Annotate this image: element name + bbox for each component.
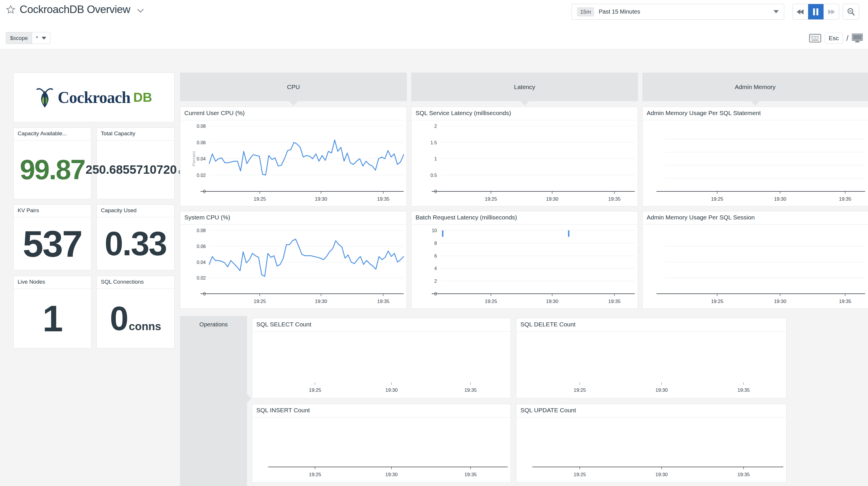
time-range-label: Past 15 Minutes (599, 8, 640, 15)
group-header-admin-memory: Admin Memory (642, 73, 868, 101)
dashboard-title-row: CockroachDB Overview (6, 3, 144, 16)
group-label: CPU (287, 84, 300, 90)
zoom-out-icon (847, 7, 855, 16)
stat-card-live-nodes[interactable]: Live Nodes 1 (13, 276, 91, 348)
fast-forward-icon (827, 9, 836, 15)
svg-text:19:25: 19:25 (711, 299, 723, 304)
caret-down-icon (41, 37, 46, 39)
svg-text:19:30: 19:30 (546, 196, 559, 202)
chart-plot-area[interactable]: 0.080.060.040.02019:2519:3019:35Percent (180, 120, 407, 206)
group-header-cpu: CPU (180, 73, 407, 101)
svg-text:0.08: 0.08 (197, 124, 206, 128)
svg-text:19:35: 19:35 (377, 196, 390, 202)
stat-card-total-capacity[interactable]: Total Capacity 250.6855710720 GB (96, 127, 175, 199)
slash-separator: / (846, 34, 848, 43)
keyboard-icon[interactable] (809, 34, 821, 42)
chart-sql-service-latency: SQL Service Latency (milliseconds) 21.51… (411, 107, 638, 206)
chart-title: Admin Memory Usage Per SQL Statement (643, 107, 868, 120)
chevron-down-icon[interactable] (137, 8, 144, 13)
cockroachdb-logo-card: Cockroach DB (13, 73, 175, 122)
svg-text:19:25: 19:25 (309, 388, 321, 393)
svg-text:19:30: 19:30 (774, 196, 786, 202)
chart-sql-update-count: SQL UPDATE Count 19:2519:3019:35 (516, 404, 786, 483)
chart-plot-area[interactable]: 0.080.060.040.02019:2519:3019:35 (180, 225, 407, 309)
svg-text:19:25: 19:25 (254, 196, 266, 202)
chart-plot-area[interactable]: 19:2519:3019:35 (643, 120, 868, 206)
stat-title: Total Capacity (97, 128, 174, 141)
pause-button[interactable] (808, 4, 824, 19)
stat-title: SQL Connections (97, 276, 174, 289)
chart-system-cpu: System CPU (%) 0.080.060.040.02019:2519:… (180, 211, 407, 309)
chart-title: SQL Service Latency (milliseconds) (411, 107, 638, 120)
svg-text:19:35: 19:35 (377, 299, 390, 304)
time-range-badge: 15m (577, 7, 594, 17)
chart-sql-insert-count: SQL INSERT Count 19:2519:3019:35 (252, 404, 511, 483)
cockroachdb-logo: Cockroach DB (36, 86, 152, 108)
chart-batch-request-latency: Batch Request Latency (milliseconds) 108… (411, 211, 638, 309)
time-shift-controls (793, 4, 839, 20)
fast-forward-button[interactable] (824, 4, 839, 19)
svg-text:8: 8 (434, 241, 437, 246)
svg-text:19:35: 19:35 (608, 196, 621, 202)
svg-text:Percent: Percent (191, 151, 196, 166)
chart-plot-area[interactable]: 19:2519:3019:35 (252, 332, 510, 398)
chart-admin-memory-per-sql-statement: Admin Memory Usage Per SQL Statement 19:… (642, 107, 868, 206)
template-variable-scope[interactable]: $scope * (6, 32, 50, 44)
chart-title: SQL INSERT Count (252, 404, 510, 418)
cockroach-bug-icon (36, 86, 54, 108)
chart-plot-area[interactable]: 21.510.5019:2519:3019:35 (411, 120, 638, 206)
svg-text:19:25: 19:25 (485, 299, 497, 304)
svg-text:0.04: 0.04 (197, 156, 206, 161)
stat-title: KV Pairs (13, 205, 91, 218)
tv-mode-icon[interactable] (852, 33, 863, 43)
svg-text:19:25: 19:25 (309, 472, 321, 477)
svg-text:19:25: 19:25 (574, 472, 586, 477)
svg-text:19:30: 19:30 (315, 196, 328, 202)
scope-variable-value: * (32, 32, 50, 44)
stat-value: 0.33 (104, 224, 166, 263)
svg-text:1: 1 (434, 156, 437, 161)
chart-sql-select-count: SQL SELECT Count 19:2519:3019:35 (252, 318, 511, 398)
stat-title: Capacity Available... (13, 128, 91, 141)
svg-text:19:25: 19:25 (254, 299, 266, 304)
pause-icon (813, 8, 818, 15)
chart-plot-area[interactable]: 19:2519:3019:35 (252, 418, 510, 483)
svg-text:19:35: 19:35 (608, 299, 621, 304)
svg-text:19:30: 19:30 (774, 299, 786, 304)
chart-plot-area[interactable]: 19:2519:3019:35 (643, 225, 868, 309)
chart-title: SQL DELETE Count (516, 318, 786, 332)
stat-card-capacity-used[interactable]: Capacity Used 0.33 (96, 204, 175, 270)
svg-text:19:30: 19:30 (655, 472, 668, 477)
zoom-out-button[interactable] (843, 4, 859, 20)
time-range-select[interactable]: 15m Past 15 Minutes (571, 4, 784, 20)
group-label: Admin Memory (735, 84, 776, 90)
svg-text:0.02: 0.02 (197, 276, 206, 281)
chart-plot-area[interactable]: 19:2519:3019:35 (516, 332, 786, 398)
stat-value: 1 (42, 297, 62, 340)
favorite-star-icon[interactable] (6, 5, 16, 15)
chart-plot-area[interactable]: 19:2519:3019:35 (516, 418, 786, 483)
esc-keycap: Esc (825, 33, 843, 44)
chart-title: SQL SELECT Count (252, 318, 510, 332)
rewind-button[interactable] (793, 4, 808, 19)
stat-card-capacity-available[interactable]: Capacity Available... 99.87 (13, 127, 91, 199)
svg-text:19:30: 19:30 (315, 299, 328, 304)
svg-text:19:35: 19:35 (839, 299, 851, 304)
stat-card-sql-connections[interactable]: SQL Connections 0 conns (96, 276, 175, 348)
svg-text:19:25: 19:25 (711, 196, 723, 202)
brand-name: Cockroach (58, 88, 130, 107)
chart-title: SQL UPDATE Count (516, 404, 786, 418)
svg-text:19:35: 19:35 (737, 472, 750, 477)
chart-title: System CPU (%) (180, 211, 407, 225)
rewind-icon (796, 9, 805, 15)
stat-value: 537 (23, 223, 82, 265)
caret-down-icon (774, 10, 779, 13)
chart-title: Current User CPU (%) (180, 107, 407, 120)
chart-plot-area[interactable]: 108642019:2519:3019:35 (411, 225, 638, 309)
group-label: Latency (514, 84, 535, 90)
svg-text:0.08: 0.08 (197, 228, 206, 233)
scope-variable-name: $scope (6, 32, 32, 44)
stat-card-kv-pairs[interactable]: KV Pairs 537 (13, 204, 91, 270)
svg-text:2: 2 (434, 279, 437, 284)
stat-unit: conns (129, 320, 161, 333)
